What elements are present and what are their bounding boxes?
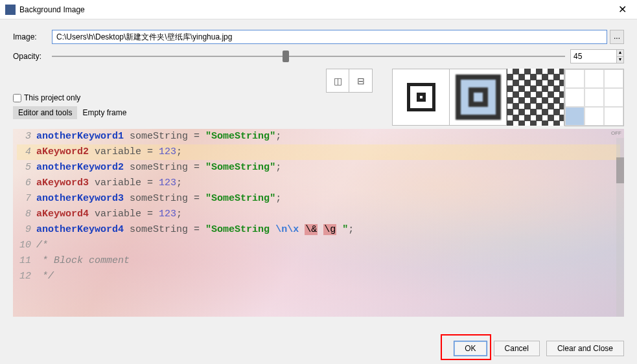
cancel-button[interactable]: Cancel <box>494 341 540 356</box>
scrollbar-vertical[interactable] <box>616 138 624 317</box>
slider-thumb[interactable] <box>283 51 289 62</box>
anchor-br[interactable] <box>604 107 623 126</box>
browse-button[interactable]: ... <box>610 30 624 44</box>
fill-mode-group <box>392 69 564 126</box>
project-only-checkbox[interactable] <box>13 94 21 102</box>
fill-scale[interactable] <box>450 69 507 125</box>
fill-tile[interactable] <box>507 69 564 125</box>
anchor-mc[interactable] <box>585 88 604 107</box>
anchor-ml[interactable] <box>565 88 585 107</box>
dialog-footer: OK Cancel Clear and Close <box>0 333 637 364</box>
anchor-tl[interactable] <box>565 69 585 88</box>
tab-empty-frame[interactable]: Empty frame <box>77 106 132 119</box>
image-path-input[interactable] <box>52 30 607 44</box>
spinner-up-icon[interactable]: ▲ <box>617 50 623 57</box>
preview-pane: OFF 3anotherKeyword1 someString = "SomeS… <box>13 129 624 317</box>
window-title: Background Image <box>19 5 613 14</box>
flip-horizontal-icon[interactable]: ◫ <box>327 69 349 92</box>
fill-plain[interactable] <box>393 69 450 125</box>
opacity-value-input[interactable]: 45 <box>570 49 617 63</box>
app-icon <box>5 5 16 15</box>
anchor-bl[interactable] <box>565 107 585 126</box>
anchor-tc[interactable] <box>585 69 604 88</box>
anchor-tr[interactable] <box>604 69 623 88</box>
titlebar: Background Image ✕ <box>0 0 637 19</box>
image-label: Image: <box>13 32 52 41</box>
off-badge: OFF <box>611 130 621 136</box>
tabs: Editor and tools Empty frame <box>13 106 326 119</box>
anchor-bc[interactable] <box>585 107 604 126</box>
anchor-grid <box>564 69 624 126</box>
clear-close-button[interactable]: Clear and Close <box>546 341 624 356</box>
flip-vertical-icon[interactable]: ⊟ <box>349 69 372 92</box>
tab-editor-and-tools[interactable]: Editor and tools <box>13 106 77 119</box>
anchor-mr[interactable] <box>604 88 623 107</box>
spinner-down-icon[interactable]: ▼ <box>617 57 623 63</box>
close-icon[interactable]: ✕ <box>613 2 632 17</box>
project-only-label: This project only <box>24 93 80 102</box>
opacity-slider[interactable] <box>52 49 565 63</box>
opacity-label: Opacity: <box>13 52 52 61</box>
code-preview: 3anotherKeyword1 someString = "SomeStrin… <box>13 129 624 284</box>
flip-group: ◫ ⊟ <box>326 69 373 93</box>
ok-button[interactable]: OK <box>454 341 487 356</box>
